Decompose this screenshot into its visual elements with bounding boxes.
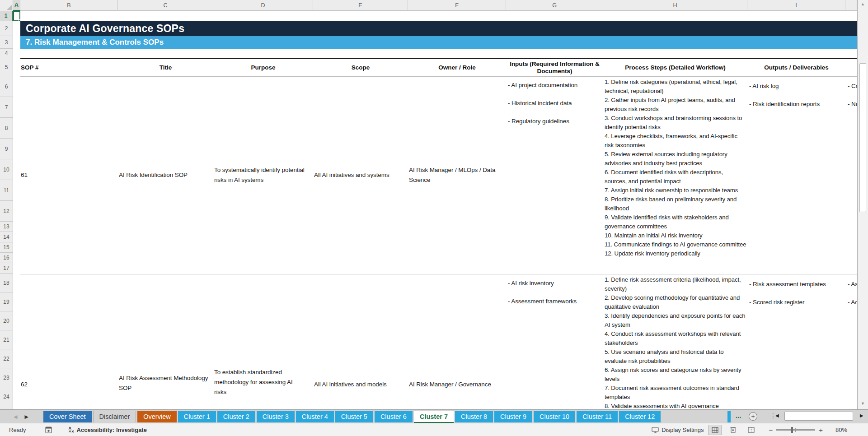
- row-header-1[interactable]: 1: [0, 11, 13, 21]
- table-header-outputs[interactable]: Outputs / Deliverables: [747, 59, 845, 76]
- row-header-24[interactable]: 24: [0, 387, 13, 406]
- page-layout-view-button[interactable]: [726, 425, 740, 435]
- accessibility-status-label[interactable]: Accessibility: Investigate: [77, 427, 147, 433]
- column-header-D[interactable]: D: [213, 0, 313, 11]
- table-header-steps[interactable]: Process Steps (Detailed Workflow): [603, 59, 747, 76]
- sheet-tab-cluster-12[interactable]: Cluster 12: [619, 411, 661, 422]
- cell-sop-number[interactable]: 61: [21, 76, 75, 274]
- row-header-9[interactable]: 9: [0, 139, 13, 159]
- sheet-tab-cluster-1[interactable]: Cluster 1: [178, 411, 216, 422]
- zoom-level-label[interactable]: 80%: [830, 427, 847, 433]
- row-header-11[interactable]: 11: [0, 180, 13, 201]
- cell-sop-number[interactable]: 62: [21, 274, 75, 409]
- sheet-tab-cluster-4[interactable]: Cluster 4: [296, 411, 334, 422]
- sheet-tab-disclaimer[interactable]: Disclaimer: [93, 411, 136, 422]
- column-header-I[interactable]: I: [747, 0, 845, 11]
- row-header-12[interactable]: 12: [0, 201, 13, 222]
- hscroll-left-icon[interactable]: ◀: [775, 413, 779, 418]
- sheet-tab-cluster-5[interactable]: Cluster 5: [335, 411, 373, 422]
- cell-owner[interactable]: AI Risk Manager / MLOps / Data Science: [409, 76, 503, 274]
- zoom-out-button[interactable]: −: [769, 426, 773, 434]
- sheet-tab-cluster-9[interactable]: Cluster 9: [494, 411, 532, 422]
- cell-process-steps[interactable]: 1. Define risk categories (operational, …: [605, 76, 746, 274]
- column-header-A[interactable]: A: [13, 0, 20, 11]
- vertical-scrollbar[interactable]: ▲ ▼: [857, 0, 868, 409]
- row-header-8[interactable]: 8: [0, 118, 13, 139]
- table-header-scope[interactable]: Scope: [313, 59, 408, 76]
- cell-scope[interactable]: All AI initiatives and models: [314, 274, 407, 409]
- active-cell-outline[interactable]: [13, 11, 20, 21]
- column-header-C[interactable]: C: [118, 0, 213, 11]
- sheet-tab-cluster-11[interactable]: Cluster 11: [577, 411, 618, 422]
- column-header-H[interactable]: H: [603, 0, 747, 11]
- sheet-tab-cluster-10[interactable]: Cluster 10: [534, 411, 575, 422]
- hscroll-right-icon[interactable]: ▶: [860, 413, 863, 418]
- tab-scroll-right-icon[interactable]: ▶: [24, 414, 28, 420]
- sheet-tab-overview[interactable]: Overview: [137, 411, 176, 422]
- table-header-inputs[interactable]: Inputs (Required Information & Documents…: [508, 59, 601, 76]
- workbook-title-banner[interactable]: Corporate AI Governance SOPs: [20, 21, 857, 36]
- partial-tab[interactable]: [727, 411, 731, 422]
- table-header-purpose[interactable]: Purpose: [213, 59, 313, 76]
- sheet-tab-cluster-8[interactable]: Cluster 8: [455, 411, 493, 422]
- row-header-13[interactable]: 13: [0, 222, 13, 232]
- page-break-view-button[interactable]: [744, 425, 758, 435]
- cell-purpose[interactable]: To systematically identify potential ris…: [214, 76, 305, 274]
- row-header-19[interactable]: 19: [0, 292, 13, 311]
- cell-process-steps[interactable]: 1. Define risk assessment criteria (like…: [605, 274, 746, 408]
- section-subtitle-banner[interactable]: 7. Risk Management & Controls SOPs: [20, 36, 857, 49]
- cell-owner[interactable]: AI Risk Manager / Governance: [409, 274, 503, 409]
- zoom-slider-thumb[interactable]: [791, 427, 793, 433]
- column-header-B[interactable]: B: [20, 0, 118, 11]
- tab-scroll-left-icon[interactable]: ◀: [14, 414, 17, 420]
- sheet-tab-cluster-6[interactable]: Cluster 6: [375, 411, 413, 422]
- scroll-up-icon[interactable]: ▲: [858, 2, 868, 6]
- row-header-23[interactable]: 23: [0, 368, 13, 387]
- cell-inputs[interactable]: - AI risk inventory- Assessment framewor…: [508, 274, 601, 409]
- cell-scope[interactable]: All AI initiatives and systems: [314, 76, 407, 274]
- zoom-in-button[interactable]: +: [819, 426, 823, 434]
- cell-purpose[interactable]: To establish standardized methodology fo…: [214, 274, 305, 409]
- row-header-4[interactable]: 4: [0, 49, 13, 58]
- row-header-14[interactable]: 14: [0, 232, 13, 242]
- sheet-tab-cover-sheet[interactable]: Cover Sheet: [43, 411, 92, 422]
- cell-clipped-column[interactable]: - As- Ac: [848, 274, 857, 409]
- sheet-tab-cluster-7[interactable]: Cluster 7: [414, 411, 454, 423]
- horizontal-scroll-thumb[interactable]: [784, 412, 853, 421]
- row-header-2[interactable]: 2: [0, 21, 13, 36]
- cell-inputs[interactable]: - AI project documentation- Historical i…: [508, 76, 601, 274]
- normal-view-button[interactable]: [708, 425, 722, 435]
- display-settings-button[interactable]: Display Settings: [652, 427, 704, 433]
- row-header-22[interactable]: 22: [0, 349, 13, 368]
- column-header-partial[interactable]: [845, 0, 857, 11]
- row-header-10[interactable]: 10: [0, 159, 13, 180]
- column-header-G[interactable]: G: [506, 0, 603, 11]
- row-header-21[interactable]: 21: [0, 330, 13, 349]
- cell-title[interactable]: AI Risk Assessment Methodology SOP: [119, 274, 213, 409]
- cell-outputs[interactable]: - AI risk log- Risk identification repor…: [749, 76, 845, 274]
- tab-overflow-ellipsis[interactable]: ...: [733, 412, 744, 419]
- column-header-F[interactable]: F: [408, 0, 506, 11]
- row-header-7[interactable]: 7: [0, 97, 13, 118]
- zoom-slider[interactable]: [776, 429, 815, 431]
- row-header-3[interactable]: 3: [0, 36, 13, 49]
- sheet-tab-cluster-2[interactable]: Cluster 2: [217, 411, 255, 422]
- table-header-sop[interactable]: SOP #: [21, 59, 111, 76]
- scroll-down-icon[interactable]: ▼: [858, 401, 868, 406]
- row-header-16[interactable]: 16: [0, 253, 13, 263]
- row-header-6[interactable]: 6: [0, 76, 13, 97]
- row-header-15[interactable]: 15: [0, 242, 13, 253]
- column-header-E[interactable]: E: [313, 0, 408, 11]
- table-header-title[interactable]: Title: [118, 59, 213, 76]
- table-header-owner[interactable]: Owner / Role: [408, 59, 506, 76]
- sheet-tab-cluster-3[interactable]: Cluster 3: [257, 411, 295, 422]
- cell-clipped-column[interactable]: - Co- Nu: [848, 76, 857, 274]
- cell-outputs[interactable]: - Risk assessment templates- Scored risk…: [749, 274, 845, 409]
- macro-record-icon[interactable]: [45, 427, 52, 433]
- new-sheet-button[interactable]: +: [749, 412, 757, 421]
- vertical-scroll-thumb[interactable]: [859, 63, 866, 212]
- select-all-corner[interactable]: [0, 0, 13, 11]
- row-header-5[interactable]: 5: [0, 58, 13, 76]
- cell-title[interactable]: AI Risk Identification SOP: [119, 76, 213, 274]
- row-header-18[interactable]: 18: [0, 274, 13, 292]
